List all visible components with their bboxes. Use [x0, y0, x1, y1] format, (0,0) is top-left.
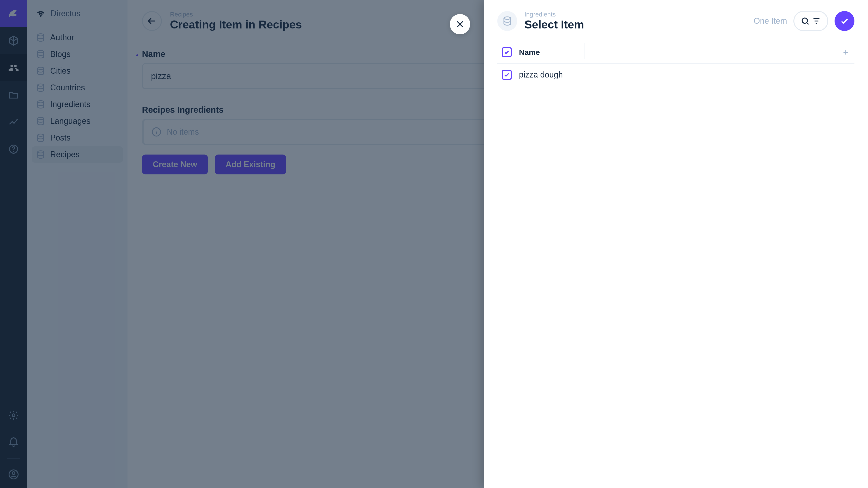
select-all-checkbox[interactable]: [502, 47, 512, 57]
check-icon: [839, 16, 849, 26]
drawer-breadcrumb: Ingredients: [524, 11, 584, 18]
table-header: Name: [497, 41, 855, 64]
plus-icon: [842, 48, 850, 56]
select-item-drawer: Ingredients Select Item One Item: [484, 0, 868, 488]
search-filter-pill[interactable]: [794, 11, 828, 31]
column-resize-handle[interactable]: [585, 43, 585, 59]
row-checkbox[interactable]: [502, 70, 512, 80]
search-icon: [801, 17, 810, 26]
drawer-title: Select Item: [524, 18, 584, 31]
check-icon: [504, 49, 510, 55]
close-button[interactable]: [450, 14, 470, 34]
add-column-button[interactable]: [842, 48, 850, 56]
modal-overlay[interactable]: Ingredients Select Item One Item: [0, 0, 868, 488]
database-icon: [502, 16, 512, 26]
table-row[interactable]: pizza dough: [497, 64, 855, 86]
filter-icon: [812, 17, 821, 26]
svg-point-15: [802, 18, 807, 23]
confirm-button[interactable]: [835, 11, 855, 31]
svg-point-14: [504, 17, 510, 20]
items-table: Name pizza dough: [497, 41, 855, 86]
column-header-name[interactable]: Name: [519, 48, 842, 57]
drawer-collection-icon: [497, 11, 517, 31]
close-icon: [455, 20, 465, 29]
check-icon: [504, 72, 510, 78]
row-name: pizza dough: [519, 70, 563, 79]
selection-count: One Item: [754, 16, 787, 26]
